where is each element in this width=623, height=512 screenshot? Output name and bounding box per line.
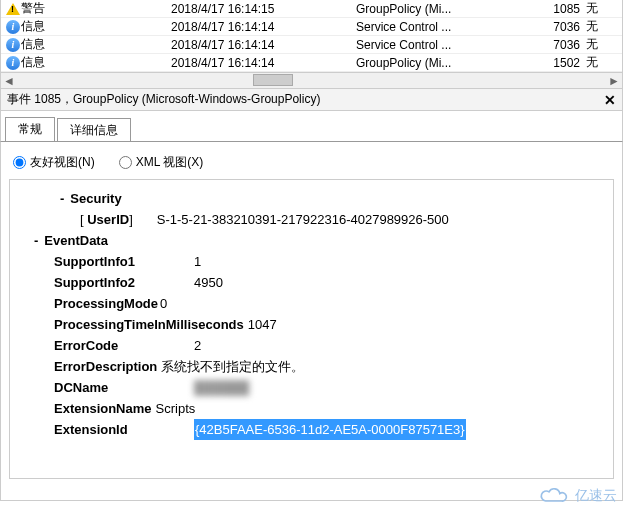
extensionid-value[interactable]: {42B5FAAE-6536-11d2-AE5A-0000F87571E3} <box>194 419 466 440</box>
info-icon: i <box>5 20 21 34</box>
scroll-left-icon[interactable]: ◄ <box>1 74 17 88</box>
scroll-thumb[interactable] <box>253 74 293 86</box>
col-level: 警告 <box>21 0 171 17</box>
event-row[interactable]: 警告 2018/4/17 16:14:15 GroupPolicy (Mi...… <box>1 0 622 18</box>
col-task: 无 <box>586 36 616 53</box>
tab-general[interactable]: 常规 <box>5 117 55 141</box>
horizontal-scrollbar[interactable]: ◄ ► <box>0 73 623 89</box>
radio-friendly-label: 友好视图(N) <box>30 154 95 171</box>
processingmode-value: 0 <box>160 293 167 314</box>
col-level: 信息 <box>21 54 171 71</box>
userid-value: S-1-5-21-383210391-217922316-4027989926-… <box>157 209 449 230</box>
col-level: 信息 <box>21 18 171 35</box>
collapse-icon[interactable]: - <box>34 230 38 251</box>
col-task: 无 <box>586 0 616 17</box>
userid-label: [ UserID] <box>80 209 133 230</box>
scroll-track[interactable] <box>17 73 606 88</box>
col-date: 2018/4/17 16:14:14 <box>171 38 356 52</box>
supportinfo1-label: SupportInfo1 <box>54 251 194 272</box>
tab-details[interactable]: 详细信息 <box>57 118 131 142</box>
col-task: 无 <box>586 18 616 35</box>
col-eventid: 1085 <box>546 2 586 16</box>
close-button[interactable]: ✕ <box>604 92 616 108</box>
tab-strip: 常规 详细信息 <box>0 111 623 141</box>
col-task: 无 <box>586 54 616 71</box>
dcname-value: ██████ <box>194 377 249 398</box>
scroll-right-icon[interactable]: ► <box>606 74 622 88</box>
processingmode-label: ProcessingMode <box>54 293 158 314</box>
col-source: Service Control ... <box>356 38 546 52</box>
detail-header: 事件 1085，GroupPolicy (Microsoft-Windows-G… <box>0 89 623 111</box>
radio-xml-label: XML 视图(X) <box>136 154 204 171</box>
extensionname-label: ExtensionName <box>54 398 152 419</box>
dcname-label: DCName <box>54 377 194 398</box>
event-list[interactable]: 警告 2018/4/17 16:14:15 GroupPolicy (Mi...… <box>0 0 623 73</box>
eventdata-header: EventData <box>44 230 108 251</box>
errorcode-value: 2 <box>194 335 201 356</box>
errorcode-label: ErrorCode <box>54 335 194 356</box>
detail-title: 事件 1085，GroupPolicy (Microsoft-Windows-G… <box>7 91 604 108</box>
extensionid-label: ExtensionId <box>54 419 194 440</box>
col-source: GroupPolicy (Mi... <box>356 56 546 70</box>
col-date: 2018/4/17 16:14:14 <box>171 20 356 34</box>
info-icon: i <box>5 56 21 70</box>
processingtime-value: 1047 <box>248 314 277 335</box>
supportinfo1-value: 1 <box>194 251 201 272</box>
collapse-icon[interactable]: - <box>60 188 64 209</box>
radio-friendly-view[interactable]: 友好视图(N) <box>13 154 95 171</box>
errordescription-value: 系统找不到指定的文件。 <box>161 356 304 377</box>
detail-body: 友好视图(N) XML 视图(X) - Security [ UserID] S… <box>0 141 623 501</box>
extensionname-value: Scripts <box>156 398 196 419</box>
info-icon: i <box>5 38 21 52</box>
security-header: Security <box>70 188 121 209</box>
radio-xml-view[interactable]: XML 视图(X) <box>119 154 204 171</box>
col-date: 2018/4/17 16:14:14 <box>171 56 356 70</box>
warning-icon <box>5 3 21 15</box>
col-source: Service Control ... <box>356 20 546 34</box>
errordescription-label: ErrorDescription <box>54 356 157 377</box>
col-eventid: 1502 <box>546 56 586 70</box>
col-eventid: 7036 <box>546 20 586 34</box>
col-level: 信息 <box>21 36 171 53</box>
view-mode-radios: 友好视图(N) XML 视图(X) <box>13 154 610 171</box>
processingtime-label: ProcessingTimeInMilliseconds <box>54 314 244 335</box>
event-row[interactable]: i 信息 2018/4/17 16:14:14 GroupPolicy (Mi.… <box>1 54 622 72</box>
event-detail-content[interactable]: - Security [ UserID] S-1-5-21-383210391-… <box>9 179 614 479</box>
event-row[interactable]: i 信息 2018/4/17 16:14:14 Service Control … <box>1 36 622 54</box>
supportinfo2-label: SupportInfo2 <box>54 272 194 293</box>
event-row[interactable]: i 信息 2018/4/17 16:14:14 Service Control … <box>1 18 622 36</box>
col-source: GroupPolicy (Mi... <box>356 2 546 16</box>
radio-xml-input[interactable] <box>119 156 132 169</box>
col-eventid: 7036 <box>546 38 586 52</box>
supportinfo2-value: 4950 <box>194 272 223 293</box>
radio-friendly-input[interactable] <box>13 156 26 169</box>
col-date: 2018/4/17 16:14:15 <box>171 2 356 16</box>
